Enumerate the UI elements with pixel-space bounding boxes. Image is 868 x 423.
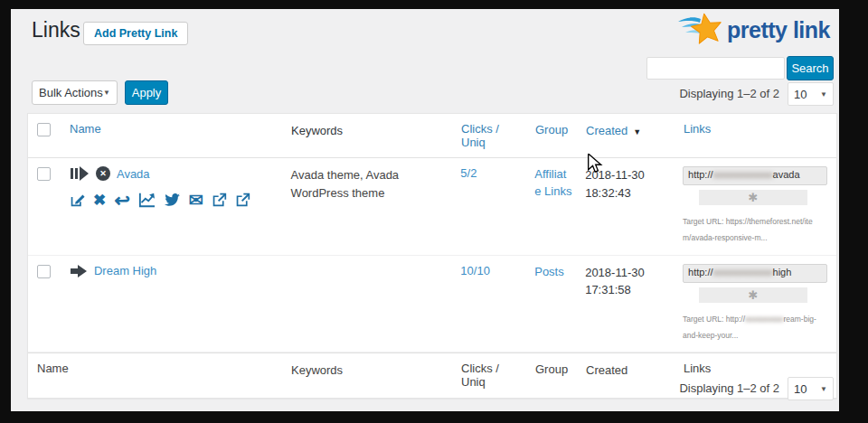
- footer-keywords-header: Keywords: [282, 353, 452, 388]
- keywords-cell: Avada theme, Avada WordPress theme: [282, 158, 452, 210]
- select-all-checkbox[interactable]: [37, 123, 51, 136]
- row-actions: ✖ ↩ ✉: [70, 193, 273, 208]
- pretty-link-url-field[interactable]: http://xxxxxxxxxxxxhigh: [683, 264, 827, 283]
- visit-link-icon[interactable]: [212, 193, 227, 208]
- clicks-link[interactable]: 5/2: [460, 166, 476, 180]
- pretty-link-star-icon: [676, 11, 727, 49]
- brand-name: pretty link: [727, 17, 830, 43]
- search-button[interactable]: Search: [787, 56, 834, 80]
- row-checkbox[interactable]: [37, 167, 51, 181]
- footer-name-header: Name: [28, 353, 282, 383]
- sort-desc-icon: ▼: [633, 127, 641, 136]
- per-page-select-bottom[interactable]: 10 ▼: [788, 377, 834, 400]
- displaying-count-top: Displaying 1–2 of 2: [679, 87, 779, 100]
- search-input[interactable]: [646, 57, 785, 80]
- url-prefix: http://: [688, 267, 713, 277]
- add-pretty-link-button[interactable]: Add Pretty Link: [83, 22, 188, 45]
- link-name[interactable]: Avada: [117, 167, 150, 181]
- per-page-value: 10: [794, 88, 807, 101]
- url-suffix: high: [773, 267, 792, 277]
- footer-clicks-header: Clicks / Uniq: [452, 353, 532, 397]
- created-cell: 2018-11-30 17:31:58: [576, 256, 675, 307]
- target-url-value: Target URL: https://themeforest.net/item…: [683, 217, 813, 242]
- link-name[interactable]: Dream High: [94, 264, 156, 277]
- group-link[interactable]: Affiliate Links: [534, 167, 571, 198]
- chevron-down-icon: ▼: [820, 385, 827, 393]
- table-row: Dream High 10/10 Posts 2018-11-30 17:31:…: [28, 256, 836, 353]
- apply-button[interactable]: Apply: [125, 80, 168, 105]
- displaying-count-bottom: Displaying 1–2 of 2: [679, 381, 779, 395]
- sort-clicks-header[interactable]: Clicks / Uniq: [461, 122, 499, 149]
- redirect-type-icon: [70, 264, 88, 278]
- visit-target-icon[interactable]: [235, 193, 250, 208]
- target-url-text: Target URL: http://xxxxxxxxxxream-big-an…: [683, 312, 818, 344]
- table-row: ✕ Avada ✖ ↩: [28, 158, 836, 256]
- sort-group-header[interactable]: Group: [535, 123, 568, 136]
- email-icon[interactable]: ✉: [189, 193, 203, 208]
- per-page-value: 10: [794, 382, 807, 396]
- bulk-actions-select[interactable]: Bulk Actions ▼: [32, 80, 118, 105]
- edit-icon[interactable]: [70, 193, 85, 208]
- keywords-cell: [282, 256, 452, 272]
- row-checkbox[interactable]: [37, 265, 51, 278]
- spinner-box: ✱: [699, 190, 807, 205]
- pretty-link-logo: pretty link: [676, 11, 830, 49]
- target-url-prefix: Target URL: http://: [683, 315, 745, 324]
- asterisk-icon: ✱: [749, 191, 759, 204]
- sort-links-header[interactable]: Links: [684, 122, 711, 136]
- delete-icon[interactable]: ✖: [93, 193, 106, 208]
- chevron-down-icon: ▼: [103, 89, 110, 97]
- reset-icon[interactable]: ↩: [114, 193, 130, 208]
- pretty-link-url-field[interactable]: http://xxxxxxxxxxxxavada: [683, 166, 827, 185]
- keywords-header: Keywords: [282, 114, 452, 148]
- group-link[interactable]: Posts: [534, 265, 564, 278]
- target-url-text: Target URL: https://themeforest.net/item…: [683, 214, 818, 247]
- footer-created-header: Created: [577, 353, 676, 388]
- created-cell: 2018-11-30 18:32:43: [576, 158, 675, 210]
- asterisk-icon: ✱: [749, 288, 759, 302]
- url-suffix: avada: [773, 169, 800, 180]
- url-prefix: http://: [688, 169, 713, 180]
- per-page-select-top[interactable]: 10 ▼: [788, 82, 834, 106]
- stats-chart-icon[interactable]: [138, 193, 156, 208]
- link-disabled-icon: ✕: [96, 166, 110, 181]
- spinner-box: ✱: [699, 287, 807, 303]
- twitter-icon[interactable]: [164, 193, 181, 208]
- url-redacted: xxxxxxxxxxxx: [713, 169, 773, 180]
- bulk-actions-label: Bulk Actions: [39, 86, 103, 99]
- sort-name-header[interactable]: Name: [70, 122, 101, 136]
- redirect-type-icon: [70, 166, 90, 181]
- pretty-link-admin-page: Links Add Pretty Link pretty link Search…: [11, 9, 839, 411]
- page-title: Links: [32, 18, 80, 42]
- url-redacted: xxxxxxxxxxxx: [713, 267, 773, 277]
- footer-group-header: Group: [532, 353, 577, 387]
- sort-created-header[interactable]: Created: [586, 124, 627, 137]
- clicks-link[interactable]: 10/10: [460, 264, 490, 277]
- table-header-row: Name Keywords Clicks / Uniq Group Create…: [28, 114, 836, 158]
- chevron-down-icon: ▼: [820, 90, 827, 99]
- target-url-redacted: xxxxxxxxxx: [745, 315, 784, 324]
- links-table: Name Keywords Clicks / Uniq Group Create…: [27, 113, 837, 399]
